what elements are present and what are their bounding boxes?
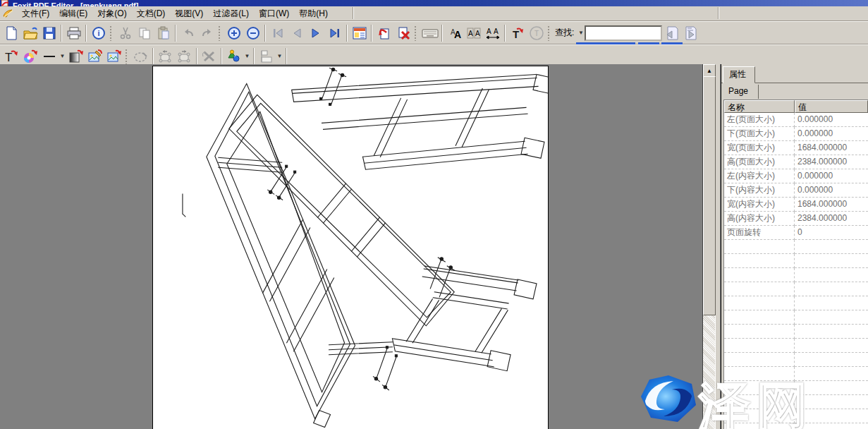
copy-icon[interactable] xyxy=(135,24,154,42)
menu-object[interactable]: 对象(O) xyxy=(92,6,131,21)
document-page[interactable] xyxy=(152,66,549,429)
edit-ellipse-icon[interactable] xyxy=(131,47,150,66)
rotate-ccw-icon[interactable] xyxy=(156,47,175,66)
open-icon[interactable] xyxy=(20,24,39,42)
empty-row xyxy=(724,339,868,353)
table-row: 页面旋转0 xyxy=(724,226,868,240)
svg-text:T: T xyxy=(5,51,12,64)
font-size-icon[interactable]: AA xyxy=(464,24,483,42)
document-icon[interactable] xyxy=(2,8,15,19)
print-icon[interactable] xyxy=(64,24,83,42)
empty-row xyxy=(724,367,868,381)
menu-bar: 文件(F) 编辑(E) 对象(O) 文档(D) 视图(V) 过滤器(L) 窗口(… xyxy=(0,6,868,21)
first-page-icon[interactable] xyxy=(268,24,287,42)
add-color-icon[interactable] xyxy=(20,47,39,66)
toolbar-grip[interactable] xyxy=(218,25,221,41)
edit-image-icon[interactable] xyxy=(85,47,104,66)
scrollbar-thumb[interactable] xyxy=(703,76,716,315)
shape-dropdown[interactable]: ▼ xyxy=(243,49,251,64)
cad-drawing[interactable] xyxy=(153,66,548,429)
menu-band-separator xyxy=(353,7,354,19)
table-row: 高(页面大小)2384.000000 xyxy=(724,155,868,169)
menu-help[interactable]: 帮助(H) xyxy=(294,6,333,21)
delete-page-icon[interactable] xyxy=(393,24,412,42)
page-setup-icon[interactable] xyxy=(350,24,369,42)
menu-view[interactable]: 视图(V) xyxy=(170,6,208,21)
vertical-scrollbar[interactable]: ▲ xyxy=(702,64,715,429)
find-input[interactable] xyxy=(585,25,662,41)
toolbar-standard: i AA AA AA T T 查找: ▼ xyxy=(0,21,868,44)
empty-row xyxy=(724,310,868,325)
app-icon xyxy=(1,0,10,6)
table-row: 宽(内容大小)1684.000000 xyxy=(724,198,868,212)
find-backward-icon[interactable] xyxy=(662,24,681,42)
menu-filter[interactable]: 过滤器(L) xyxy=(208,6,254,21)
align-icon[interactable] xyxy=(257,47,276,66)
info-icon[interactable]: i xyxy=(89,24,108,42)
svg-text:A: A xyxy=(475,30,480,37)
table-header: 名称 值 xyxy=(724,100,868,113)
find-underline xyxy=(576,42,635,44)
add-shading-icon[interactable] xyxy=(66,47,85,66)
add-image-icon[interactable] xyxy=(104,47,123,66)
page-subtab[interactable]: Page xyxy=(724,85,759,99)
panel-splitter[interactable] xyxy=(715,64,721,429)
header-name[interactable]: 名称 xyxy=(724,100,795,113)
empty-row xyxy=(724,395,868,409)
app-window: { "window": { "title": "Foxit PDF Editor… xyxy=(0,0,868,429)
cut-icon[interactable] xyxy=(116,24,135,42)
separator xyxy=(152,48,154,65)
last-page-icon[interactable] xyxy=(325,24,344,42)
header-value[interactable]: 值 xyxy=(795,100,868,113)
menu-edit[interactable]: 编辑(E) xyxy=(54,6,92,21)
toolbar-grip[interactable] xyxy=(414,25,417,41)
empty-row xyxy=(724,325,868,339)
empty-row xyxy=(724,240,868,254)
add-text-icon[interactable]: T xyxy=(1,47,20,66)
zoom-in-icon[interactable] xyxy=(224,24,243,42)
redo-icon[interactable] xyxy=(197,24,216,42)
scroll-up-icon[interactable]: ▲ xyxy=(703,64,716,77)
toolbar-grip[interactable] xyxy=(109,25,113,41)
text-circle-icon[interactable]: T xyxy=(527,24,546,42)
paste-icon[interactable] xyxy=(154,24,173,42)
align-dropdown[interactable]: ▼ xyxy=(276,49,283,64)
svg-text:T: T xyxy=(513,28,519,40)
empty-row xyxy=(724,282,868,296)
new-icon[interactable] xyxy=(1,24,20,42)
prev-page-icon[interactable] xyxy=(287,24,306,42)
find-history-dropdown[interactable]: ▼ xyxy=(577,25,585,41)
menu-window[interactable]: 窗口(W) xyxy=(254,6,294,21)
toolbar-grip[interactable] xyxy=(125,49,128,64)
edit-text-icon[interactable]: T xyxy=(508,24,527,42)
rotate-page-icon[interactable] xyxy=(374,24,393,42)
svg-text:A: A xyxy=(487,28,491,35)
empty-row xyxy=(724,254,868,268)
separator xyxy=(371,25,372,42)
keyboard-icon[interactable] xyxy=(420,24,439,42)
add-line-icon[interactable] xyxy=(39,47,59,66)
toolbar-grip[interactable] xyxy=(547,25,551,41)
next-page-icon[interactable] xyxy=(306,24,325,42)
delete-object-icon[interactable] xyxy=(200,47,219,66)
menu-file[interactable]: 文件(F) xyxy=(17,6,54,21)
line-dropdown[interactable]: ▼ xyxy=(59,49,66,64)
rotate-cw-icon[interactable] xyxy=(175,47,194,66)
find-forward-icon[interactable] xyxy=(681,24,700,42)
find-underline xyxy=(661,42,683,44)
separator xyxy=(175,25,176,42)
separator xyxy=(85,25,87,42)
save-icon[interactable] xyxy=(39,24,59,42)
add-shape-icon[interactable] xyxy=(224,47,243,66)
separator xyxy=(441,25,443,42)
document-workspace[interactable] xyxy=(0,64,702,429)
svg-text:T: T xyxy=(534,30,538,37)
text-cursor-mark xyxy=(183,194,185,217)
properties-tab[interactable]: 属性 xyxy=(723,66,755,83)
zoom-out-icon[interactable] xyxy=(243,24,262,42)
menu-document[interactable]: 文档(D) xyxy=(132,6,171,21)
char-spacing-icon[interactable]: AA xyxy=(483,24,502,42)
separator xyxy=(61,25,62,42)
undo-icon[interactable] xyxy=(178,24,197,42)
font-icon[interactable]: AA xyxy=(445,24,464,42)
